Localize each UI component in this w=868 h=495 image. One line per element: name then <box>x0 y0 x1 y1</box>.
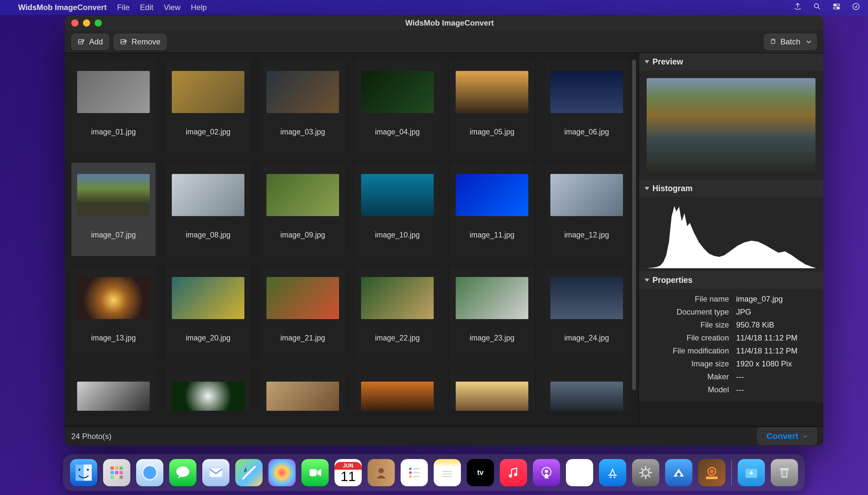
dock-calendar[interactable]: JUN11 <box>334 459 362 486</box>
thumbnail-image <box>361 71 434 113</box>
thumbnail[interactable]: image_11.jpg <box>450 163 534 256</box>
dock-separator <box>731 460 732 485</box>
thumbnail-label: image_08.jpg <box>166 227 250 244</box>
svg-point-21 <box>143 466 156 479</box>
remove-button[interactable]: Remove <box>114 34 167 50</box>
thumbnail[interactable]: image_12.jpg <box>545 163 629 256</box>
histogram-section-header[interactable]: Histogram <box>639 180 823 197</box>
thumbnail[interactable]: image_03.jpg <box>261 59 345 153</box>
close-button[interactable] <box>71 19 79 27</box>
photo-count-status: 24 Photo(s) <box>71 432 112 441</box>
search-icon[interactable] <box>813 2 821 13</box>
dock-contacts[interactable] <box>368 459 395 486</box>
thumbnail[interactable] <box>355 369 439 411</box>
thumbnail[interactable]: image_04.jpg <box>355 59 439 153</box>
dock-mail[interactable] <box>202 459 230 486</box>
preview-title: Preview <box>652 57 683 66</box>
svg-point-48 <box>677 473 681 477</box>
property-label: Image size <box>645 359 736 368</box>
dock-tv[interactable]: tv <box>467 459 494 486</box>
dock-photos[interactable] <box>268 459 296 486</box>
histogram-chart <box>647 203 816 268</box>
dock-messages[interactable] <box>169 459 196 486</box>
svg-rect-17 <box>111 476 114 479</box>
chevron-down-icon <box>803 434 807 439</box>
thumbnail[interactable] <box>71 369 155 411</box>
bottom-bar: 24 Photo(s) Convert <box>65 426 823 446</box>
dock-notes[interactable] <box>434 459 461 486</box>
dock-music[interactable] <box>500 459 527 486</box>
dock-system-preferences[interactable] <box>632 459 659 486</box>
thumbnail[interactable]: image_07.jpg <box>71 163 155 256</box>
minimize-button[interactable] <box>83 19 90 27</box>
thumbnail[interactable]: image_08.jpg <box>166 163 250 256</box>
thumbnail[interactable]: image_01.jpg <box>71 59 155 153</box>
svg-rect-15 <box>115 471 118 474</box>
thumbnail[interactable]: image_02.jpg <box>166 59 250 153</box>
properties-section-header[interactable]: Properties <box>639 272 823 289</box>
thumbnail[interactable] <box>166 369 250 411</box>
sidebar: Preview Histogram Properties File nameim… <box>638 53 823 426</box>
gallery-scrollbar[interactable] <box>632 59 636 390</box>
zoom-button[interactable] <box>95 19 102 27</box>
thumbnail[interactable]: image_20.jpg <box>166 266 250 359</box>
thumbnail[interactable]: image_05.jpg <box>450 59 534 153</box>
dock-reminders[interactable] <box>401 459 428 486</box>
remove-image-icon <box>120 38 128 46</box>
menu-edit[interactable]: Edit <box>140 3 153 12</box>
dock-app-generic-1[interactable] <box>665 459 692 486</box>
thumbnail[interactable]: image_23.jpg <box>450 266 534 359</box>
convert-button[interactable]: Convert <box>757 428 817 445</box>
dock-facetime[interactable] <box>301 459 329 486</box>
property-label: Maker <box>645 372 736 381</box>
menu-view[interactable]: View <box>164 3 181 12</box>
titlebar[interactable]: WidsMob ImageConvert <box>65 16 823 31</box>
svg-point-25 <box>379 468 384 473</box>
dock-imageconvert[interactable] <box>698 459 725 486</box>
dock-downloads[interactable] <box>738 459 765 486</box>
thumbnail-label: image_03.jpg <box>261 124 345 141</box>
thumbnail[interactable]: image_13.jpg <box>71 266 155 359</box>
thumbnail[interactable]: image_09.jpg <box>261 163 345 256</box>
dock-podcasts[interactable] <box>533 459 560 486</box>
property-row: Document typeJPG <box>645 306 817 319</box>
airdrop-icon[interactable] <box>794 2 802 13</box>
thumbnail-image <box>456 174 528 216</box>
menubar-app-name[interactable]: WidsMob ImageConvert <box>18 3 107 12</box>
batch-icon <box>769 38 777 45</box>
preview-box <box>639 70 823 180</box>
siri-icon[interactable] <box>852 2 860 13</box>
dock-trash[interactable] <box>771 459 798 486</box>
dock-news[interactable]: N <box>566 459 593 486</box>
dock-maps[interactable] <box>235 459 263 486</box>
add-button-label: Add <box>89 37 103 46</box>
property-row: Maker--- <box>645 370 817 383</box>
dock-finder[interactable] <box>70 459 97 486</box>
thumbnail-label: image_01.jpg <box>71 124 155 141</box>
disclosure-triangle-icon <box>645 60 649 64</box>
thumbnail[interactable]: image_10.jpg <box>355 163 439 256</box>
preview-section-header[interactable]: Preview <box>639 53 823 70</box>
thumbnail-image <box>550 71 623 113</box>
menu-file[interactable]: File <box>117 3 130 12</box>
menu-help[interactable]: Help <box>191 3 207 12</box>
thumbnail[interactable] <box>450 369 534 411</box>
thumbnail[interactable] <box>261 369 345 411</box>
thumbnail[interactable] <box>545 369 629 411</box>
thumbnail[interactable]: image_06.jpg <box>545 59 629 153</box>
svg-point-28 <box>409 475 412 478</box>
dock-appstore[interactable] <box>599 459 626 486</box>
app-window: WidsMob ImageConvert Add Remove Batch im… <box>65 16 823 446</box>
dock: JUN11 tv N <box>63 454 805 491</box>
thumbnail[interactable]: image_21.jpg <box>261 266 345 359</box>
thumbnail[interactable]: image_24.jpg <box>545 266 629 359</box>
property-value: --- <box>736 385 817 394</box>
thumbnail[interactable]: image_22.jpg <box>355 266 439 359</box>
batch-dropdown[interactable]: Batch <box>764 34 817 50</box>
thumbnail-label: image_11.jpg <box>450 227 534 244</box>
dock-safari[interactable] <box>136 459 163 486</box>
dock-launchpad[interactable] <box>103 459 130 486</box>
svg-rect-8 <box>771 40 775 44</box>
add-button[interactable]: Add <box>71 34 109 50</box>
control-center-icon[interactable] <box>832 2 841 13</box>
